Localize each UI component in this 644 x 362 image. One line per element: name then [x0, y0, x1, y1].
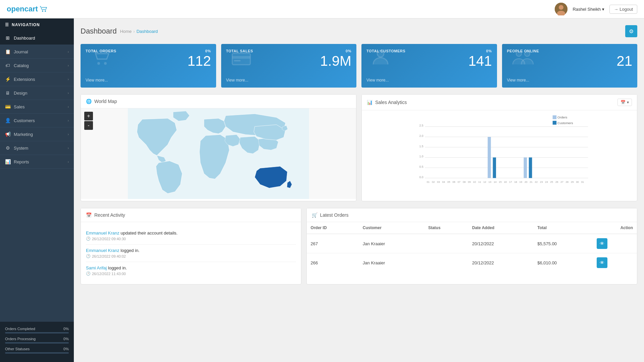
chevron-right-icon: › — [68, 50, 69, 54]
svg-point-12 — [525, 51, 530, 56]
nav-header: ☰ NAVIGATION — [0, 18, 74, 31]
dashboard-icon: ⊞ — [5, 35, 10, 41]
svg-rect-16 — [553, 121, 557, 125]
calendar-activity-icon: 📅 — [86, 212, 92, 218]
svg-rect-64 — [529, 157, 532, 178]
logout-button[interactable]: → Logout — [609, 5, 637, 14]
svg-text:Customers: Customers — [557, 121, 573, 125]
svg-text:29: 29 — [571, 180, 574, 184]
logo-text: opencart — [7, 5, 38, 13]
stat-card-total-sales: TOTAL SALES 0% 1.9M View mor — [221, 44, 357, 88]
breadcrumb-home[interactable]: Home — [120, 29, 132, 34]
sidebar-item-system[interactable]: ⚙ System › — [0, 141, 74, 155]
map-zoom-in-button[interactable]: + — [84, 112, 93, 120]
svg-text:27: 27 — [560, 180, 563, 184]
view-more-link[interactable]: View more... — [507, 78, 633, 83]
sidebar-item-journal[interactable]: 📋 Journal › — [0, 45, 74, 59]
svg-rect-14 — [553, 115, 557, 119]
cart-icon — [91, 49, 111, 69]
svg-point-5 — [97, 62, 100, 65]
settings-button[interactable]: ⚙ — [625, 25, 637, 37]
view-more-link[interactable]: View more... — [86, 78, 211, 83]
svg-text:08: 08 — [463, 180, 466, 184]
view-more-link[interactable]: View more... — [226, 78, 352, 83]
user-name[interactable]: Rashel Sheikh ▾ — [573, 7, 604, 12]
catalog-icon: 🏷 — [5, 63, 10, 68]
sidebar-item-extensions[interactable]: ⚡ Extensions › — [0, 72, 74, 86]
svg-rect-8 — [232, 56, 250, 59]
breadcrumb-separator: › — [133, 29, 135, 34]
svg-text:02: 02 — [432, 180, 435, 184]
col-action: Action — [593, 222, 637, 234]
sidebar-item-sales[interactable]: 💳 Sales › — [0, 100, 74, 114]
page-title: Dashboard — [81, 27, 117, 36]
sales-icon: 💳 — [5, 104, 10, 109]
svg-text:31: 31 — [581, 180, 584, 184]
sidebar-item-dashboard[interactable]: ⊞ Dashboard — [0, 31, 74, 45]
action-cell: 👁 — [593, 234, 637, 253]
svg-text:26: 26 — [555, 180, 558, 184]
customer-name: Jan Kraaier — [359, 234, 424, 253]
other-statuses-stat: Other Statuses 0% — [5, 347, 69, 354]
calendar-button[interactable]: 📅 ▾ — [617, 99, 632, 106]
svg-text:10: 10 — [473, 180, 476, 184]
main-content: Dashboard Home › Dashboard ⚙ TOTAL ORDER… — [74, 18, 644, 362]
customers-icon: 👤 — [5, 118, 10, 123]
svg-text:07: 07 — [458, 180, 461, 184]
map-zoom-out-button[interactable]: - — [84, 121, 93, 130]
svg-text:18: 18 — [514, 180, 517, 184]
activity-item: Emmanuel Kranz logged in. 🕐 26/12/2022 0… — [86, 245, 296, 262]
svg-point-0 — [42, 10, 43, 12]
clock-icon: 🕐 — [86, 271, 91, 276]
table-row: 266 Jan Kraaier 20/12/2022 $6,010.00 👁 — [307, 253, 637, 272]
view-order-button[interactable]: 👁 — [597, 238, 607, 249]
calendar-icon: 📅 — [621, 100, 626, 105]
world-map-panel: 🌐 World Map + - — [81, 94, 356, 201]
recent-activity-body: Emmanuel Kranz updated their account det… — [81, 222, 301, 284]
sidebar-item-customers[interactable]: 👤 Customers › — [0, 114, 74, 127]
svg-text:05: 05 — [447, 180, 450, 184]
journal-icon: 📋 — [5, 49, 10, 54]
orders-completed-stat: Orders Completed 0% — [5, 327, 69, 333]
map-controls: + - — [84, 112, 93, 131]
sidebar: ☰ NAVIGATION ⊞ Dashboard 📋 Journal › 🏷 C… — [0, 18, 74, 362]
design-icon: 🖥 — [5, 90, 10, 96]
stat-card-total-customers: TOTAL CUSTOMERS 0% 141 View more... — [361, 44, 497, 88]
svg-text:22: 22 — [535, 180, 538, 184]
svg-text:01: 01 — [427, 180, 430, 184]
col-customer: Customer — [359, 222, 424, 234]
extensions-icon: ⚡ — [5, 76, 10, 82]
activity-user-link[interactable]: Sami Arifaj — [86, 265, 107, 270]
reports-icon: 📊 — [5, 159, 10, 164]
svg-rect-7 — [232, 53, 250, 65]
logo-cart-icon — [39, 6, 49, 12]
svg-text:16: 16 — [504, 180, 507, 184]
world-map-header: 🌐 World Map — [81, 95, 356, 108]
svg-text:0.5: 0.5 — [419, 165, 424, 168]
sidebar-item-catalog[interactable]: 🏷 Catalog › — [0, 59, 74, 72]
svg-text:12: 12 — [483, 180, 486, 184]
activity-user-link[interactable]: Emmanuel Kranz — [86, 248, 119, 253]
view-more-link[interactable]: View more... — [366, 78, 492, 83]
stat-card-people-online: PEOPLE ONLINE 21 — [502, 44, 638, 88]
sidebar-item-reports[interactable]: 📊 Reports › — [0, 155, 74, 169]
sidebar-item-marketing[interactable]: 📢 Marketing › — [0, 127, 74, 141]
clock-icon: 🕐 — [86, 237, 91, 241]
svg-text:1.0: 1.0 — [419, 155, 424, 158]
sidebar-item-design[interactable]: 🖥 Design › — [0, 86, 74, 100]
view-order-button[interactable]: 👁 — [597, 257, 607, 268]
avatar — [555, 3, 567, 15]
activity-user-link[interactable]: Emmanuel Kranz — [86, 230, 119, 236]
orders-table: Order ID Customer Status Date Added Tota… — [307, 222, 637, 272]
orders-processing-bar — [5, 342, 69, 344]
col-date-added: Date Added — [468, 222, 534, 234]
sidebar-stats: Orders Completed 0% Orders Processing 0% — [0, 322, 74, 362]
svg-text:0.0: 0.0 — [419, 175, 424, 179]
svg-point-1 — [45, 10, 46, 12]
globe-icon: 🌐 — [86, 99, 92, 104]
svg-text:24: 24 — [545, 180, 548, 184]
svg-rect-61 — [488, 137, 491, 178]
cart-orders-icon: 🛒 — [312, 212, 317, 218]
orders-processing-stat: Orders Processing 0% — [5, 337, 69, 344]
bar-chart-icon: 📊 — [367, 100, 373, 105]
